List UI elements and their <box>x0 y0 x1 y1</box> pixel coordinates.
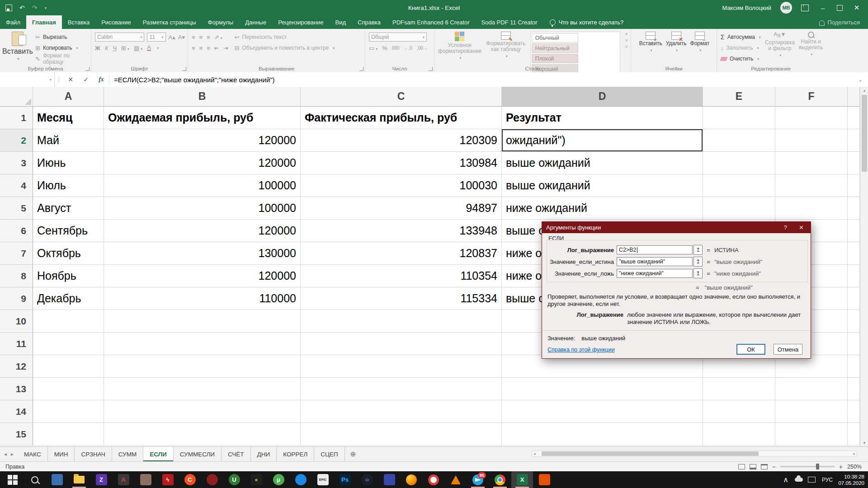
flash-app[interactable]: ϟ <box>157 471 179 488</box>
cpu-z-app[interactable]: Z <box>90 471 112 488</box>
insert-cells-button[interactable]: ＋ Вставить▾ <box>639 32 662 53</box>
close-button[interactable]: ✕ <box>852 4 862 12</box>
ribbon-tab-Главная[interactable]: Главная <box>26 15 62 29</box>
arg-input-log-expression[interactable]: C2>B2 <box>617 245 693 254</box>
cell-D2[interactable]: ожиданий") <box>502 129 703 152</box>
cell-D4[interactable]: выше ожиданий <box>502 174 703 197</box>
onedrive-cloud-icon[interactable] <box>795 471 803 488</box>
cell-D5[interactable]: ниже ожиданий <box>502 197 703 220</box>
chrome-app[interactable] <box>489 471 511 488</box>
scroll-up-icon[interactable]: ▴ <box>860 87 868 94</box>
cell-D3[interactable]: выше ожиданий <box>502 152 703 174</box>
format-cells-button[interactable]: ↔ Формат▾ <box>690 32 710 53</box>
cell-G1[interactable] <box>848 107 860 129</box>
browser-app[interactable] <box>201 471 223 488</box>
cancel-button[interactable]: Отмена <box>774 344 802 355</box>
cell-G12[interactable] <box>848 355 860 378</box>
row-header-14[interactable]: 14 <box>0 400 33 423</box>
bold-button[interactable]: Ж <box>95 45 100 52</box>
cell-G6[interactable] <box>848 220 860 242</box>
decrease-indent-icon[interactable]: ⇤ <box>214 45 219 52</box>
scroll-right-icon[interactable]: ▸ <box>852 451 857 456</box>
cell-C11[interactable] <box>301 333 502 355</box>
nvidia-app[interactable]: ● <box>245 471 267 488</box>
cell-A2[interactable]: Май <box>33 129 104 152</box>
excel-app[interactable]: X <box>511 471 533 488</box>
cell-F5[interactable] <box>775 197 848 220</box>
sheet-tab-МАКС[interactable]: МАКС <box>18 447 48 461</box>
delete-cells-button[interactable]: ✕ Удалить▾ <box>666 32 687 53</box>
dialog-launcher-icon[interactable] <box>182 67 186 71</box>
cell-C8[interactable]: 110354 <box>301 265 502 287</box>
cell-F15[interactable] <box>775 423 848 446</box>
ribbon-tab-Рисование[interactable]: Рисование <box>95 15 137 29</box>
column-header-F[interactable]: F <box>775 87 848 107</box>
row-header-4[interactable]: 4 <box>0 174 33 197</box>
formula-input[interactable]: =ЕСЛИ(C2>B2;"выше ожиданий";"ниже ожидан… <box>109 72 853 87</box>
cell-F4[interactable] <box>775 174 848 197</box>
shrink-font-icon[interactable]: А▾ <box>178 34 185 41</box>
cell-C7[interactable]: 120837 <box>301 242 502 265</box>
sort-filter-button[interactable]: АЯ▼ Сортировка и фильтр▾ <box>765 32 794 64</box>
sheet-nav-left-icon[interactable]: ◂ <box>0 447 11 461</box>
cell-G10[interactable] <box>848 310 860 333</box>
cell-E3[interactable] <box>703 152 775 174</box>
gallery-down-icon[interactable]: ∨ <box>625 38 628 42</box>
dialog-launcher-icon[interactable] <box>85 67 90 71</box>
align-bottom-icon[interactable]: ≡ <box>207 34 210 41</box>
cell-B3[interactable]: 120000 <box>104 152 301 174</box>
align-right-icon[interactable]: ≡ <box>207 45 210 52</box>
ribbon-tab-Рецензирование[interactable]: Рецензирование <box>272 15 329 29</box>
row-header-1[interactable]: 1 <box>0 107 33 129</box>
column-header-A[interactable]: A <box>33 87 104 107</box>
tell-me-box[interactable]: Что вы хотите сделать? <box>550 15 624 29</box>
zoom-level[interactable]: 250% <box>847 464 862 470</box>
normal-view-icon[interactable] <box>738 464 745 469</box>
sheet-tab-ДНИ[interactable]: ДНИ <box>251 447 277 461</box>
ribbon-tab-Вставка[interactable]: Вставка <box>62 15 95 29</box>
cell-B7[interactable]: 130000 <box>104 242 301 265</box>
vertical-scrollbar[interactable]: ▴ ▾ <box>860 87 868 446</box>
cancel-entry-button[interactable]: ✕ <box>63 72 78 87</box>
sheet-nav-right-icon[interactable]: ▸ <box>11 447 18 461</box>
find-select-button[interactable]: Найти и выделить▾ <box>799 32 823 64</box>
insert-function-button[interactable]: fx <box>94 72 109 87</box>
copy-button[interactable]: ⊞Копировать▾ <box>35 42 88 53</box>
cell-B15[interactable] <box>104 423 301 446</box>
gallery-more-icon[interactable]: ≡ <box>625 44 627 49</box>
vertical-scroll-thumb[interactable] <box>862 95 867 172</box>
photoshop-app[interactable]: Ps <box>334 471 356 488</box>
vlc-app[interactable] <box>445 471 467 488</box>
cell-C2[interactable]: 120309 <box>301 129 502 152</box>
cell-A7[interactable]: Октябрь <box>33 242 104 265</box>
cell-B5[interactable]: 100000 <box>104 197 301 220</box>
increase-indent-icon[interactable]: ⇥ <box>223 45 228 52</box>
ribbon-tab-Формулы[interactable]: Формулы <box>202 15 240 29</box>
sheet-tab-СЧЁТ[interactable]: СЧЁТ <box>222 447 251 461</box>
photo-app[interactable] <box>135 471 156 488</box>
cell-C4[interactable]: 100030 <box>301 174 502 197</box>
increase-decimal-icon[interactable]: ←,0 <box>404 46 412 51</box>
cell-A5[interactable]: Август <box>33 197 104 220</box>
telegram-app[interactable]: 85 <box>467 471 489 488</box>
undo-icon[interactable]: ↶ <box>19 4 25 11</box>
underline-button[interactable]: Ч <box>113 45 117 52</box>
cell-A10[interactable] <box>33 310 104 333</box>
column-header-D[interactable]: D <box>502 87 703 107</box>
cell-E14[interactable] <box>703 400 775 423</box>
dialog-launcher-icon[interactable] <box>429 67 433 71</box>
enter-entry-button[interactable]: ✓ <box>78 72 94 87</box>
cell-G4[interactable] <box>848 174 860 197</box>
row-header-15[interactable]: 15 <box>0 423 33 446</box>
cell-D15[interactable] <box>502 423 703 446</box>
grow-font-icon[interactable]: А▴ <box>169 34 175 41</box>
cell-B12[interactable] <box>104 355 301 378</box>
row-header-7[interactable]: 7 <box>0 242 33 265</box>
align-center-icon[interactable]: ≡ <box>199 45 203 52</box>
cell-B8[interactable]: 120000 <box>104 265 301 287</box>
cell-A9[interactable]: Декабрь <box>33 287 104 310</box>
expand-formula-bar-icon[interactable]: ⌄ <box>853 72 868 87</box>
steam-app[interactable]: ○ <box>356 471 378 488</box>
dialog-close-icon[interactable]: ✕ <box>799 224 804 231</box>
dialog-launcher-icon[interactable] <box>359 67 363 71</box>
